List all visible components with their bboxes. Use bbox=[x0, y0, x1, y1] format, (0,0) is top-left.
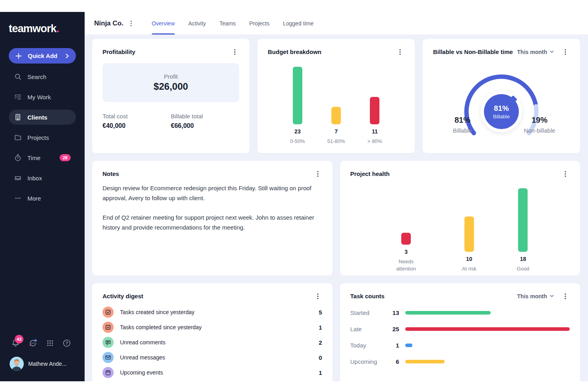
tab-projects[interactable]: Projects bbox=[250, 12, 270, 35]
digest-label: Tasks created since yesterday bbox=[120, 309, 195, 315]
bar bbox=[464, 216, 474, 252]
bar bbox=[331, 107, 341, 124]
activity-digest-row: Tasks completed since yesterday1 bbox=[103, 320, 322, 335]
kebab-menu-icon[interactable] bbox=[396, 49, 404, 55]
bar-label: At risk bbox=[462, 265, 476, 272]
task-count-row: Today1 bbox=[350, 337, 570, 353]
project-health-card: Project health 3Needs attention10At risk… bbox=[340, 161, 580, 276]
card-title: Task counts bbox=[350, 293, 517, 299]
activity-digest-row: Tasks created since yesterday5 bbox=[103, 305, 322, 320]
task-value: 6 bbox=[389, 358, 399, 365]
period-dropdown[interactable]: This month bbox=[517, 49, 554, 55]
message-icon bbox=[103, 352, 114, 363]
profitability-card: Profitability Profit $26,000 Total cost … bbox=[92, 39, 250, 153]
digest-value: 1 bbox=[319, 324, 322, 331]
time-badge: 28 bbox=[60, 154, 71, 161]
profit-label: Profit bbox=[164, 73, 178, 80]
client-header: Ninja Co. Overview Activity Teams Projec… bbox=[85, 12, 588, 35]
comment-icon bbox=[103, 337, 114, 348]
digest-value: 2 bbox=[319, 339, 322, 346]
task-count-row: Upcoming6 bbox=[350, 353, 570, 370]
tab-logged-time[interactable]: Logged time bbox=[283, 12, 313, 35]
my-work-icon bbox=[14, 93, 22, 101]
sidebar-item-my-work[interactable]: My Work bbox=[9, 89, 76, 104]
bar bbox=[401, 233, 411, 245]
bar-label: Good bbox=[517, 265, 530, 272]
quick-add-label: Quick Add bbox=[28, 52, 57, 59]
kebab-menu-icon[interactable] bbox=[561, 49, 570, 55]
chart-column: 3Needs attention bbox=[391, 181, 422, 272]
task-counts-card: Task counts This month Started13Late25To… bbox=[340, 283, 580, 381]
activity-digest-row: Unread comments2 bbox=[103, 335, 322, 350]
svg-text:?: ? bbox=[66, 341, 68, 346]
kebab-menu-icon[interactable] bbox=[561, 171, 570, 177]
tab-overview[interactable]: Overview bbox=[152, 12, 175, 35]
help-icon[interactable]: ? bbox=[62, 339, 71, 348]
task-counts-chart: Started13Late25Today1Upcoming6 bbox=[350, 305, 570, 370]
digest-label: Unread comments bbox=[120, 339, 165, 346]
main-area: Ninja Co. Overview Activity Teams Projec… bbox=[85, 12, 588, 381]
tab-teams[interactable]: Teams bbox=[219, 12, 236, 35]
digest-label: Tasks completed since yesterday bbox=[120, 324, 201, 330]
billable-stat: 81% Billable bbox=[443, 116, 482, 134]
page-title: Ninja Co. bbox=[94, 19, 124, 27]
sidebar-item-inbox[interactable]: Inbox bbox=[9, 170, 76, 185]
user-name: Mathew Ande... bbox=[28, 361, 67, 367]
sidebar-item-time[interactable]: Time 28 bbox=[9, 150, 76, 165]
client-kebab-menu[interactable] bbox=[127, 20, 135, 27]
chevron-down-icon bbox=[550, 295, 554, 297]
inbox-icon bbox=[14, 174, 22, 182]
task-created-icon bbox=[103, 307, 114, 318]
activity-digest-row: Unread messages0 bbox=[103, 350, 322, 365]
kebab-menu-icon[interactable] bbox=[561, 293, 570, 299]
task-bar bbox=[405, 360, 445, 363]
sidebar-item-more[interactable]: More bbox=[9, 191, 76, 206]
chevron-right-icon bbox=[65, 53, 70, 59]
non-billable-stat: 19% Non-billable bbox=[516, 116, 563, 134]
bar-label: 51-80% bbox=[327, 138, 345, 145]
notifications-bell-icon[interactable]: 43 bbox=[11, 339, 20, 348]
task-label: Today bbox=[350, 342, 389, 349]
teamwork-logo: teamwork. bbox=[9, 23, 85, 35]
gauge-center-label: Billable bbox=[493, 114, 510, 120]
task-count-row: Late25 bbox=[350, 321, 570, 337]
card-title: Notes bbox=[103, 170, 313, 177]
chart-column: 10At risk bbox=[462, 188, 476, 272]
period-dropdown[interactable]: This month bbox=[517, 293, 554, 299]
kebab-menu-icon[interactable] bbox=[313, 171, 322, 177]
card-title: Activity digest bbox=[103, 293, 313, 299]
kebab-menu-icon[interactable] bbox=[313, 293, 322, 299]
apps-grid-icon[interactable] bbox=[46, 339, 54, 347]
sidebar: teamwork. Quick Add Search My Work Clien… bbox=[0, 12, 85, 381]
digest-label: Upcoming events bbox=[120, 369, 163, 376]
tab-activity[interactable]: Activity bbox=[188, 12, 206, 35]
notification-count-badge: 43 bbox=[15, 335, 23, 344]
task-count-row: Started13 bbox=[350, 305, 570, 321]
task-value: 13 bbox=[389, 309, 399, 316]
gauge-center-value: 81% bbox=[494, 104, 509, 113]
folder-icon bbox=[14, 133, 22, 141]
card-title: Budget breakdown bbox=[268, 48, 396, 55]
kebab-menu-icon[interactable] bbox=[230, 49, 239, 55]
logo-dot: . bbox=[56, 23, 59, 35]
profit-summary: Profit $26,000 bbox=[103, 63, 239, 102]
bar-value: 11 bbox=[372, 128, 378, 135]
total-cost-value: €40,000 bbox=[103, 122, 171, 129]
digest-value: 5 bbox=[319, 309, 322, 316]
notes-card: Notes Design review for Ecommerce redesi… bbox=[92, 161, 333, 276]
profit-value: $26,000 bbox=[154, 81, 188, 92]
user-menu[interactable]: Mathew Ande... bbox=[10, 357, 85, 371]
billable-total-value: €66,000 bbox=[171, 122, 239, 129]
sidebar-item-search[interactable]: Search bbox=[9, 69, 76, 84]
quick-add-button[interactable]: Quick Add bbox=[9, 48, 76, 64]
chart-column: 11> 80% bbox=[368, 67, 382, 145]
task-bar bbox=[405, 344, 412, 347]
bar bbox=[370, 97, 379, 124]
sidebar-item-clients[interactable]: Clients bbox=[9, 110, 76, 125]
bar-value: 23 bbox=[294, 128, 301, 135]
billable-gauge-chart: 81% Billable 81% Billable 19% Non-billab… bbox=[433, 56, 570, 148]
timer-icon bbox=[14, 154, 22, 162]
chat-icon[interactable] bbox=[28, 338, 38, 348]
sidebar-item-projects[interactable]: Projects bbox=[9, 130, 76, 145]
clients-icon bbox=[14, 113, 22, 121]
